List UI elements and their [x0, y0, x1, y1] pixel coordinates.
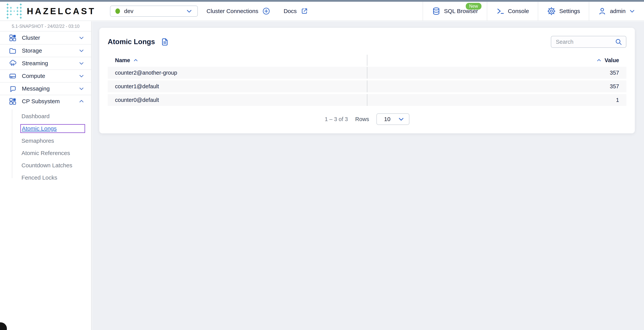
- search-input[interactable]: [556, 39, 615, 45]
- cluster-connections-button[interactable]: Cluster Connections: [206, 7, 270, 15]
- submenu-item-dashboard[interactable]: Dashboard: [0, 110, 91, 122]
- cluster-status-dot: [116, 9, 120, 14]
- search-box: [551, 36, 626, 48]
- brand-text: HAZELCAST: [27, 6, 96, 16]
- column-header-name[interactable]: Name: [108, 55, 367, 66]
- submenu-indent-line: [12, 109, 12, 178]
- sql-browser-button[interactable]: New SQL Browser: [423, 2, 487, 21]
- active-item-focus-ring: Atomic Longs: [20, 124, 85, 133]
- sidebar-item-label: CP Subsystem: [22, 98, 60, 105]
- cell-name: counter0@default: [108, 94, 367, 106]
- sort-asc-icon: [596, 58, 602, 63]
- chevron-down-icon: [78, 48, 84, 54]
- submenu-item-atomic-references[interactable]: Atomic References: [0, 147, 91, 159]
- cp-subsystem-icon: [9, 98, 16, 105]
- doc-page-icon[interactable]: [160, 38, 169, 46]
- sidebar-item-cluster[interactable]: Cluster: [0, 32, 91, 44]
- rows-per-page-select[interactable]: 10: [376, 113, 410, 125]
- submenu-item-label: Atomic References: [22, 150, 70, 156]
- sidebar-item-streaming[interactable]: Streaming: [0, 57, 91, 70]
- sidebar-item-label: Messaging: [22, 85, 50, 92]
- submenu-item-label: Semaphores: [22, 138, 54, 144]
- sort-asc-icon: [133, 58, 138, 63]
- rows-per-page-label: Rows: [355, 116, 369, 122]
- add-icon: [262, 7, 270, 15]
- console-label: Console: [508, 8, 529, 15]
- main-content-area: Atomic Longs Name: [92, 21, 644, 330]
- atomic-longs-table: Name Value counter2@another-group 357 co: [99, 55, 635, 106]
- user-label: admin: [610, 8, 626, 15]
- storage-icon: [9, 47, 16, 55]
- submenu-item-fenced-locks[interactable]: Fenced Locks: [0, 172, 91, 184]
- user-menu[interactable]: admin: [589, 2, 644, 21]
- sidebar: 5.1-SNAPSHOT - 24/02/22 - 03:10 Cluster …: [0, 21, 92, 330]
- submenu-item-label: Fenced Locks: [22, 174, 57, 181]
- chevron-down-icon: [78, 35, 84, 41]
- cell-name: counter1@default: [108, 80, 367, 92]
- cell-value: 1: [367, 94, 626, 106]
- table-row: counter0@default 1: [108, 94, 626, 106]
- chevron-down-icon: [629, 8, 635, 14]
- compute-icon: [9, 72, 16, 80]
- docs-link[interactable]: Docs: [284, 7, 308, 15]
- settings-icon: [547, 7, 556, 16]
- submenu-item-countdown-latches[interactable]: Countdown Latches: [0, 159, 91, 172]
- rows-per-page-value: 10: [384, 116, 390, 122]
- cell-value: 357: [367, 80, 626, 92]
- submenu-item-label-active[interactable]: Atomic Longs: [22, 125, 57, 132]
- messaging-icon: [9, 85, 16, 93]
- top-navigation-bar: HAZELCAST dev Cluster Connections Docs N…: [0, 2, 644, 21]
- cell-name: counter2@another-group: [108, 67, 367, 79]
- cluster-icon: [9, 34, 16, 42]
- settings-label: Settings: [559, 8, 580, 15]
- docs-label: Docs: [284, 8, 297, 15]
- settings-button[interactable]: Settings: [538, 2, 589, 21]
- submenu-item-label: Dashboard: [22, 113, 50, 120]
- sidebar-item-label: Storage: [22, 47, 42, 54]
- console-button[interactable]: Console: [487, 2, 538, 21]
- search-icon[interactable]: [615, 38, 622, 46]
- column-header-value[interactable]: Value: [367, 55, 626, 66]
- sidebar-item-storage[interactable]: Storage: [0, 44, 91, 57]
- chevron-down-icon: [78, 86, 84, 92]
- window-top-strip: [0, 0, 644, 2]
- logo-sparkle-h-icon: [6, 3, 22, 20]
- atomic-longs-card: Atomic Longs Name: [99, 28, 635, 133]
- chevron-up-icon: [78, 98, 84, 104]
- submenu-item-atomic-longs[interactable]: Atomic Longs: [0, 122, 91, 135]
- pagination: 1 – 3 of 3 Rows 10: [99, 108, 635, 127]
- cluster-selector-value: dev: [124, 8, 134, 15]
- page-title: Atomic Longs: [108, 38, 155, 46]
- submenu-item-label: Countdown Latches: [22, 162, 72, 169]
- hazelcast-logo[interactable]: HAZELCAST: [6, 2, 96, 21]
- table-row: counter1@default 357: [108, 80, 626, 92]
- version-text: 5.1-SNAPSHOT - 24/02/22 - 03:10: [0, 21, 91, 32]
- chevron-down-icon: [78, 61, 84, 66]
- cp-subsystem-submenu: Dashboard Atomic Longs Semaphores Atomic…: [0, 107, 91, 188]
- table-header-row: Name Value: [108, 55, 626, 66]
- cell-value: 357: [367, 67, 626, 79]
- sidebar-item-cp-subsystem[interactable]: CP Subsystem: [0, 95, 91, 107]
- user-icon: [598, 7, 606, 15]
- sidebar-item-label: Streaming: [22, 60, 48, 67]
- cluster-connections-label: Cluster Connections: [206, 8, 258, 15]
- sidebar-item-compute[interactable]: Compute: [0, 70, 91, 82]
- chevron-down-icon: [398, 116, 404, 122]
- chevron-down-icon: [186, 8, 192, 15]
- column-header-label: Value: [604, 57, 619, 64]
- cluster-selector[interactable]: dev: [110, 6, 198, 17]
- external-link-icon: [300, 7, 308, 15]
- column-header-label: Name: [115, 57, 130, 64]
- sql-browser-icon: [432, 7, 441, 16]
- sidebar-item-label: Cluster: [22, 35, 40, 41]
- streaming-icon: [9, 60, 16, 67]
- pagination-range: 1 – 3 of 3: [325, 116, 348, 122]
- submenu-item-semaphores[interactable]: Semaphores: [0, 135, 91, 147]
- sidebar-item-label: Compute: [22, 73, 45, 79]
- console-icon: [496, 7, 504, 15]
- table-row: counter2@another-group 357: [108, 67, 626, 79]
- sidebar-item-messaging[interactable]: Messaging: [0, 82, 91, 95]
- chevron-down-icon: [78, 73, 84, 79]
- new-badge: New: [466, 3, 482, 10]
